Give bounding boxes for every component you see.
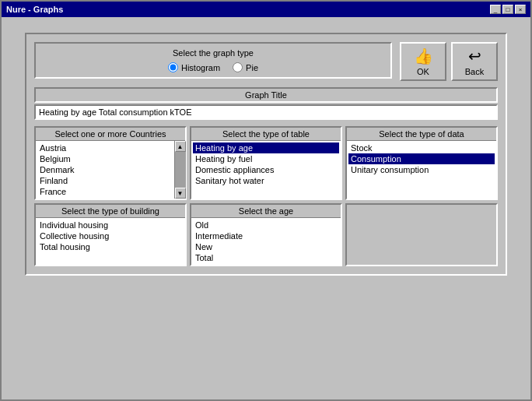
age-panel: Select the age Old Intermediate New Tota… [190, 203, 342, 266]
countries-list-container: Austria Belgium Denmark Finland France ▲… [36, 141, 185, 199]
list-item[interactable]: Individual housing [37, 220, 184, 230]
two-col-row: Select the type of building Individual h… [34, 203, 498, 266]
list-item[interactable]: Austria [37, 142, 173, 153]
list-item[interactable]: Total housing [37, 241, 184, 252]
radio-row: Histogram Pie [45, 62, 381, 72]
empty-panel [345, 203, 498, 266]
histogram-radio-label[interactable]: Histogram [168, 62, 220, 72]
close-button[interactable]: × [515, 5, 526, 14]
title-bar-buttons: _ □ × [490, 5, 526, 14]
list-item[interactable]: Old [193, 220, 339, 230]
list-item[interactable]: Domestic appliances [193, 164, 339, 175]
scroll-up-btn[interactable]: ▲ [175, 141, 186, 152]
building-type-list: Individual housing Collective housing To… [36, 218, 185, 265]
main-window: Nure - Graphs _ □ × Select the graph typ… [0, 0, 532, 401]
data-type-panel: Select the type of data Stock Consumptio… [345, 126, 498, 200]
list-item[interactable]: Belgium [37, 153, 173, 164]
pie-label: Pie [246, 63, 258, 72]
graph-type-label: Select the graph type [45, 48, 381, 58]
three-col-row: Select one or more Countries Austria Bel… [34, 126, 498, 200]
pie-radio[interactable] [233, 62, 243, 72]
top-row: Select the graph type Histogram Pie [34, 42, 498, 81]
table-type-list: Heating by age Heating by fuel Domestic … [191, 141, 341, 199]
building-type-header: Select the type of building [36, 205, 185, 218]
table-type-panel: Select the type of table Heating by age … [190, 126, 342, 200]
age-header: Select the age [191, 205, 341, 218]
age-list: Old Intermediate New Total [191, 218, 341, 265]
ok-button[interactable]: 👍 OK [400, 42, 446, 81]
list-item[interactable]: Unitary consumption [348, 164, 495, 175]
minimize-button[interactable]: _ [490, 5, 501, 14]
graph-title-section: Graph Title [34, 87, 498, 120]
ok-icon: 👍 [414, 47, 433, 65]
list-item[interactable]: Intermediate [193, 230, 339, 241]
table-type-header: Select the type of table [191, 128, 341, 141]
graph-title-input[interactable] [34, 104, 498, 120]
list-item[interactable]: Finland [37, 175, 173, 186]
title-bar: Nure - Graphs _ □ × [2, 2, 530, 17]
window-content: Select the graph type Histogram Pie [2, 17, 530, 399]
countries-header: Select one or more Countries [36, 128, 185, 141]
back-button[interactable]: ↩ Back [451, 42, 498, 81]
data-type-list: Stock Consumption Unitary consumption [347, 141, 496, 199]
list-item[interactable]: New [193, 241, 339, 252]
data-type-header: Select the type of data [347, 128, 496, 141]
scroll-track[interactable] [175, 152, 186, 188]
graph-title-header: Graph Title [34, 87, 498, 103]
list-item[interactable]: France [37, 186, 173, 197]
list-item[interactable]: Sanitary hot water [193, 175, 339, 186]
back-label: Back [465, 67, 484, 76]
back-icon: ↩ [468, 47, 481, 65]
pie-radio-label[interactable]: Pie [233, 62, 258, 72]
window-title: Nure - Graphs [6, 5, 63, 14]
list-item[interactable]: Stock [348, 142, 495, 153]
list-item[interactable]: Heating by fuel [193, 153, 339, 164]
maximize-button[interactable]: □ [502, 5, 513, 14]
action-buttons: 👍 OK ↩ Back [400, 42, 498, 81]
graph-type-box: Select the graph type Histogram Pie [34, 42, 392, 79]
histogram-label: Histogram [181, 63, 220, 72]
countries-list: Austria Belgium Denmark Finland France [36, 141, 174, 199]
histogram-radio[interactable] [168, 62, 178, 72]
countries-scrollbar[interactable]: ▲ ▼ [174, 141, 185, 199]
list-item[interactable]: Total [193, 252, 339, 263]
list-item[interactable]: Denmark [37, 164, 173, 175]
main-panel: Select the graph type Histogram Pie [25, 33, 507, 276]
list-item[interactable]: Consumption [348, 153, 495, 164]
scroll-down-btn[interactable]: ▼ [175, 188, 186, 199]
list-item[interactable]: Heating by age [193, 142, 339, 153]
list-item[interactable]: Collective housing [37, 230, 184, 241]
countries-panel: Select one or more Countries Austria Bel… [34, 126, 187, 200]
ok-label: OK [417, 67, 429, 76]
building-type-panel: Select the type of building Individual h… [34, 203, 187, 266]
